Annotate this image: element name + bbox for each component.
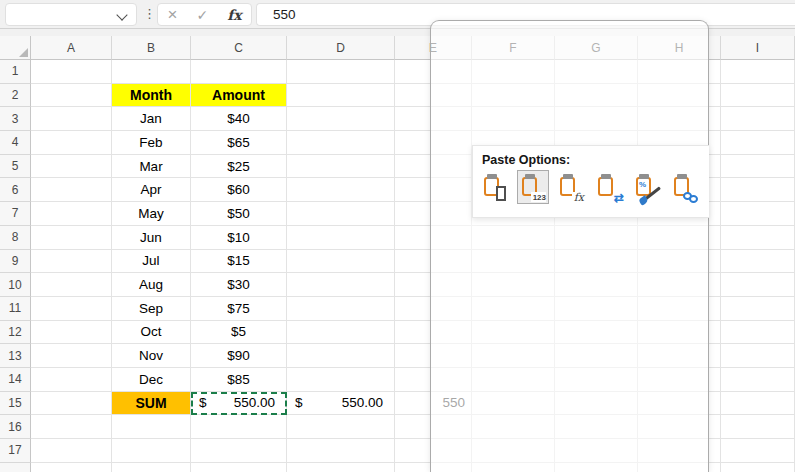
cell-D11[interactable]	[287, 297, 395, 321]
row-header-2[interactable]: 2	[0, 84, 31, 108]
cell-A6[interactable]	[31, 178, 112, 202]
row-header-4[interactable]: 4	[0, 131, 31, 155]
cell-A13[interactable]	[31, 344, 112, 368]
column-header-D[interactable]: D	[287, 36, 395, 60]
column-header-I[interactable]: I	[721, 36, 795, 60]
cell-D16[interactable]	[287, 415, 395, 439]
cell-A7[interactable]	[31, 202, 112, 226]
cell-C4[interactable]: $65	[191, 131, 287, 155]
menu-dots-icon[interactable]: ⋮	[143, 6, 156, 21]
cell-C5[interactable]: $25	[191, 155, 287, 179]
select-all-corner[interactable]	[0, 36, 31, 60]
cell-A18[interactable]	[31, 463, 112, 472]
cell-A11[interactable]	[31, 297, 112, 321]
paste-option-paste[interactable]	[479, 170, 511, 204]
cell-I15[interactable]	[721, 392, 795, 416]
cell-B18[interactable]	[112, 463, 191, 472]
cell-I12[interactable]	[721, 321, 795, 345]
cell-C3[interactable]: $40	[191, 107, 287, 131]
row-header-7[interactable]: 7	[0, 202, 31, 226]
cell-D2[interactable]	[287, 84, 395, 108]
cell-I17[interactable]	[721, 439, 795, 463]
row-header-15[interactable]: 15	[0, 392, 31, 416]
cell-B5[interactable]: Mar	[112, 155, 191, 179]
cell-C13[interactable]: $90	[191, 344, 287, 368]
cell-D13[interactable]	[287, 344, 395, 368]
cell-I11[interactable]	[721, 297, 795, 321]
cell-C9[interactable]: $15	[191, 250, 287, 274]
cell-D6[interactable]	[287, 178, 395, 202]
row-header-12[interactable]: 12	[0, 321, 31, 345]
cell-B15[interactable]: SUM	[112, 392, 191, 416]
cell-I2[interactable]	[721, 84, 795, 108]
row-header-17[interactable]: 17	[0, 439, 31, 463]
cell-C16[interactable]	[191, 415, 287, 439]
cell-D3[interactable]	[287, 107, 395, 131]
cell-B16[interactable]	[112, 415, 191, 439]
cell-A1[interactable]	[31, 60, 112, 84]
cell-C8[interactable]: $10	[191, 226, 287, 250]
paste-option-formatting[interactable]: %	[631, 170, 663, 204]
column-header-A[interactable]: A	[31, 36, 112, 60]
name-box[interactable]	[5, 3, 137, 26]
cell-D18[interactable]	[287, 463, 395, 472]
row-header-8[interactable]: 8	[0, 226, 31, 250]
cell-C15[interactable]: $550.00	[191, 392, 287, 416]
cell-D7[interactable]	[287, 202, 395, 226]
paste-option-transpose[interactable]: ⇄	[593, 170, 625, 204]
cell-D14[interactable]	[287, 368, 395, 392]
cell-D10[interactable]	[287, 273, 395, 297]
row-header-18[interactable]	[0, 463, 31, 472]
row-header-9[interactable]: 9	[0, 250, 31, 274]
paste-option-formulas[interactable]: fx	[555, 170, 587, 204]
cell-I16[interactable]	[721, 415, 795, 439]
cell-A4[interactable]	[31, 131, 112, 155]
cell-I5[interactable]	[721, 155, 795, 179]
cell-B2[interactable]: Month	[112, 84, 191, 108]
cell-D8[interactable]	[287, 226, 395, 250]
cell-C17[interactable]	[191, 439, 287, 463]
cell-B7[interactable]: May	[112, 202, 191, 226]
cell-B4[interactable]: Feb	[112, 131, 191, 155]
cell-I13[interactable]	[721, 344, 795, 368]
cell-D9[interactable]	[287, 250, 395, 274]
cell-B6[interactable]: Apr	[112, 178, 191, 202]
cell-B10[interactable]: Aug	[112, 273, 191, 297]
paste-option-paste-link[interactable]	[669, 170, 701, 204]
cell-C2[interactable]: Amount	[191, 84, 287, 108]
cell-A9[interactable]	[31, 250, 112, 274]
cell-I3[interactable]	[721, 107, 795, 131]
cell-A14[interactable]	[31, 368, 112, 392]
row-header-14[interactable]: 14	[0, 368, 31, 392]
cell-C12[interactable]: $5	[191, 321, 287, 345]
paste-option-values[interactable]: 123	[517, 170, 549, 204]
cell-C10[interactable]: $30	[191, 273, 287, 297]
cell-C1[interactable]	[191, 60, 287, 84]
cell-A17[interactable]	[31, 439, 112, 463]
cell-C11[interactable]: $75	[191, 297, 287, 321]
row-header-16[interactable]: 16	[0, 415, 31, 439]
cell-B17[interactable]	[112, 439, 191, 463]
cell-I7[interactable]	[721, 202, 795, 226]
cell-I1[interactable]	[721, 60, 795, 84]
cell-I9[interactable]	[721, 250, 795, 274]
cell-D15[interactable]: $550.00	[287, 392, 395, 416]
row-header-11[interactable]: 11	[0, 297, 31, 321]
cell-D1[interactable]	[287, 60, 395, 84]
cell-C6[interactable]: $60	[191, 178, 287, 202]
row-header-6[interactable]: 6	[0, 178, 31, 202]
cell-A2[interactable]	[31, 84, 112, 108]
cell-A16[interactable]	[31, 415, 112, 439]
cell-I18[interactable]	[721, 463, 795, 472]
cell-D5[interactable]	[287, 155, 395, 179]
row-header-1[interactable]: 1	[0, 60, 31, 84]
row-header-5[interactable]: 5	[0, 155, 31, 179]
cell-D17[interactable]	[287, 439, 395, 463]
cell-C14[interactable]: $85	[191, 368, 287, 392]
cell-C18[interactable]	[191, 463, 287, 472]
enter-icon[interactable]: ✓	[196, 8, 208, 22]
cell-A5[interactable]	[31, 155, 112, 179]
cell-B3[interactable]: Jan	[112, 107, 191, 131]
row-header-3[interactable]: 3	[0, 107, 31, 131]
cell-I8[interactable]	[721, 226, 795, 250]
